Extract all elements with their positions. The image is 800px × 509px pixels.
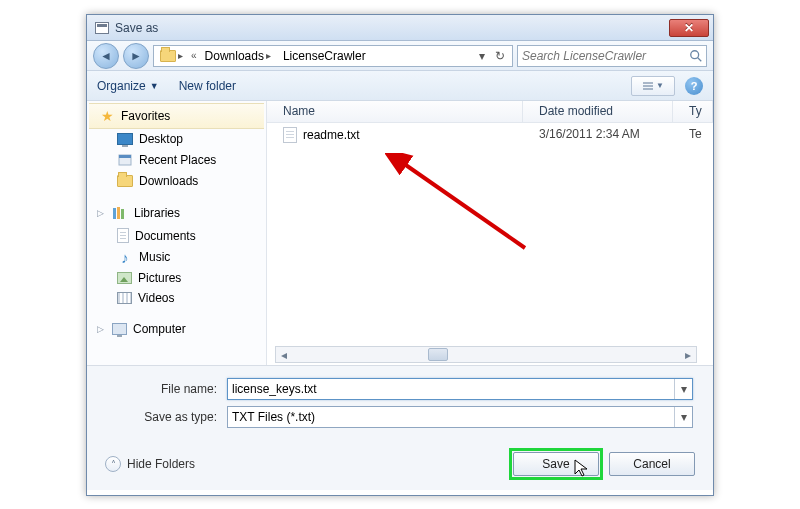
new-folder-button[interactable]: New folder xyxy=(179,79,236,93)
filename-input[interactable] xyxy=(228,382,674,396)
tree-item-desktop[interactable]: Desktop xyxy=(87,129,266,149)
address-dropdown[interactable]: ▾ xyxy=(474,47,490,65)
svg-rect-7 xyxy=(113,208,116,219)
back-button[interactable]: ◄ xyxy=(93,43,119,69)
address-bar[interactable]: ▸ « Downloads▸ LicenseCrawler ▾ ↻ xyxy=(153,45,513,67)
svg-line-1 xyxy=(698,57,702,61)
tree-item-music[interactable]: ♪Music xyxy=(87,246,266,268)
save-as-dialog: Save as ✕ ◄ ► ▸ « Downloads▸ LicenseCraw… xyxy=(86,14,714,496)
file-date: 3/16/2011 2:34 AM xyxy=(523,127,673,143)
column-header-date[interactable]: Date modified xyxy=(523,101,673,122)
folder-icon xyxy=(160,50,176,62)
tree-group-favorites[interactable]: ★Favorites xyxy=(89,103,264,129)
svg-point-0 xyxy=(691,50,699,58)
search-icon[interactable] xyxy=(686,49,706,63)
pictures-icon xyxy=(117,272,132,284)
music-icon: ♪ xyxy=(117,249,133,265)
tree-group-libraries[interactable]: ▷Libraries xyxy=(87,201,266,225)
horizontal-scrollbar[interactable]: ◂ ▸ xyxy=(275,346,697,363)
navigation-pane: ★Favorites Desktop Recent Places Downloa… xyxy=(87,101,267,365)
expand-icon: ▷ xyxy=(97,208,106,217)
form-area: File name: ▾ Save as type: ▾ xyxy=(87,365,713,442)
window-icon xyxy=(95,22,109,34)
tree-group-label: Favorites xyxy=(121,109,170,123)
svg-rect-9 xyxy=(121,209,124,219)
file-type: Te xyxy=(673,127,713,143)
chevron-up-icon: ˄ xyxy=(105,456,121,472)
expand-icon: ▷ xyxy=(97,324,106,333)
tree-item-pictures[interactable]: Pictures xyxy=(87,268,266,288)
savetype-label: Save as type: xyxy=(107,410,227,424)
tree-group-label: Libraries xyxy=(134,206,180,220)
savetype-field[interactable]: ▾ xyxy=(227,406,693,428)
scroll-right-button[interactable]: ▸ xyxy=(680,347,696,362)
recent-places-icon xyxy=(117,152,133,168)
file-list-panel: Name Date modified Ty readme.txt 3/16/20… xyxy=(267,101,713,365)
file-row[interactable]: readme.txt 3/16/2011 2:34 AM Te xyxy=(267,123,713,147)
videos-icon xyxy=(117,292,132,304)
tree-group-computer[interactable]: ▷Computer xyxy=(87,318,266,340)
savetype-input[interactable] xyxy=(228,410,674,424)
svg-rect-8 xyxy=(117,207,120,219)
filename-label: File name: xyxy=(107,382,227,396)
list-view-icon xyxy=(642,81,654,91)
tree-group-label: Computer xyxy=(133,322,186,336)
search-box[interactable] xyxy=(517,45,707,67)
chevron-right-icon[interactable]: ▸ xyxy=(266,50,271,61)
computer-icon xyxy=(112,323,127,335)
cursor-icon xyxy=(574,459,592,479)
chevron-double-icon[interactable]: « xyxy=(191,50,197,61)
search-input[interactable] xyxy=(518,49,686,63)
folder-icon xyxy=(117,175,133,187)
text-file-icon xyxy=(283,127,297,143)
star-icon: ★ xyxy=(99,108,115,124)
tree-item-recent[interactable]: Recent Places xyxy=(87,149,266,171)
file-name: readme.txt xyxy=(303,128,360,142)
chevron-right-icon: ▸ xyxy=(178,50,183,61)
filename-field[interactable]: ▾ xyxy=(227,378,693,400)
column-header-type[interactable]: Ty xyxy=(673,101,713,122)
view-options-button[interactable]: ▼ xyxy=(631,76,675,96)
scrollbar-thumb[interactable] xyxy=(428,348,448,361)
window-title: Save as xyxy=(115,21,669,35)
navigation-bar: ◄ ► ▸ « Downloads▸ LicenseCrawler ▾ ↻ xyxy=(87,41,713,71)
save-button[interactable]: Save xyxy=(513,452,599,476)
savetype-dropdown[interactable]: ▾ xyxy=(674,407,692,427)
scrollbar-track[interactable] xyxy=(292,347,680,362)
close-button[interactable]: ✕ xyxy=(669,19,709,37)
column-headers: Name Date modified Ty xyxy=(267,101,713,123)
titlebar[interactable]: Save as ✕ xyxy=(87,15,713,41)
dialog-footer: ˄ Hide Folders Save Cancel xyxy=(87,442,713,490)
annotation-arrow xyxy=(385,153,535,263)
libraries-icon xyxy=(112,205,128,221)
refresh-button[interactable]: ↻ xyxy=(492,47,508,65)
tree-item-documents[interactable]: Documents xyxy=(87,225,266,246)
breadcrumb-seg[interactable]: Downloads xyxy=(205,49,264,63)
chevron-down-icon: ▼ xyxy=(150,81,159,91)
breadcrumb-seg[interactable]: LicenseCrawler xyxy=(283,49,366,63)
tree-item-videos[interactable]: Videos xyxy=(87,288,266,308)
scroll-left-button[interactable]: ◂ xyxy=(276,347,292,362)
forward-button[interactable]: ► xyxy=(123,43,149,69)
help-button[interactable]: ? xyxy=(685,77,703,95)
svg-line-10 xyxy=(400,161,525,248)
filename-dropdown[interactable]: ▾ xyxy=(674,379,692,399)
cancel-button[interactable]: Cancel xyxy=(609,452,695,476)
tree-item-downloads[interactable]: Downloads xyxy=(87,171,266,191)
organize-button[interactable]: Organize ▼ xyxy=(97,79,159,93)
desktop-icon xyxy=(117,133,133,145)
document-icon xyxy=(117,228,129,243)
toolbar: Organize ▼ New folder ▼ ? xyxy=(87,71,713,101)
svg-rect-6 xyxy=(119,155,131,158)
hide-folders-toggle[interactable]: ˄ Hide Folders xyxy=(105,456,195,472)
column-header-name[interactable]: Name xyxy=(267,101,523,122)
chevron-down-icon: ▼ xyxy=(656,81,664,90)
